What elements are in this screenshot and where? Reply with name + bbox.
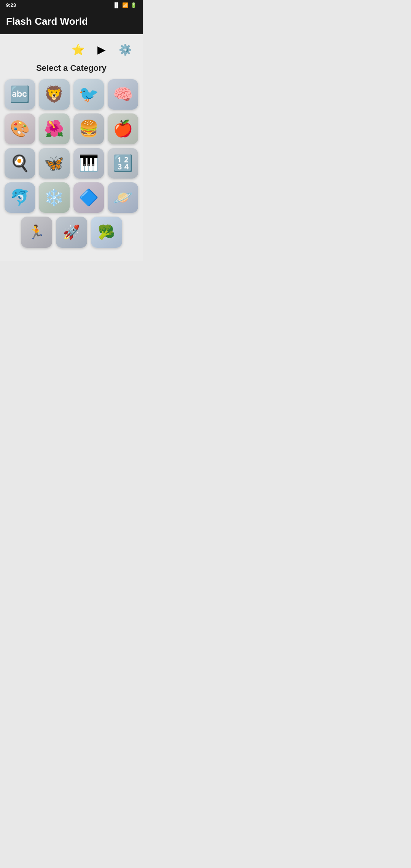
- category-animals[interactable]: 🦁: [39, 79, 69, 110]
- category-numbers-icon: 🔢: [113, 155, 133, 171]
- category-shapes-icon: 🔷: [79, 190, 99, 206]
- category-flowers-icon: 🌺: [44, 121, 64, 137]
- app-title: Flash Card World: [6, 16, 88, 27]
- status-time: 9:23: [6, 2, 16, 8]
- category-fruits-icon: 🍎: [113, 121, 133, 137]
- category-insects[interactable]: 🦋: [39, 148, 69, 179]
- category-vehicles[interactable]: 🚀: [56, 217, 87, 248]
- category-space-icon: 🪐: [113, 190, 133, 206]
- category-brain[interactable]: 🧠: [108, 79, 138, 110]
- select-category-title: Select a Category: [5, 63, 138, 73]
- star-icon: ⭐: [72, 43, 85, 56]
- category-sports[interactable]: 🏃: [21, 217, 52, 248]
- settings-icon: ⚙️: [119, 43, 132, 56]
- category-animals-icon: 🦁: [44, 86, 64, 102]
- category-vegetables-icon: 🥦: [98, 225, 115, 239]
- category-seasons[interactable]: ❄️: [39, 182, 69, 213]
- category-food-icon: 🍔: [79, 121, 99, 137]
- category-birds[interactable]: 🐦: [73, 79, 104, 110]
- category-cooking[interactable]: 🍳: [5, 148, 35, 179]
- main-content: ⭐ ▶ ⚙️ Select a Category 🔤🦁🐦🧠🎨🌺🍔🍎🍳🦋🎹🔢🐬❄️…: [0, 34, 143, 261]
- status-icons: ▐▌ 📶 🔋: [113, 2, 137, 8]
- category-vehicles-icon: 🚀: [63, 225, 80, 239]
- category-food[interactable]: 🍔: [73, 113, 104, 144]
- header: Flash Card World: [0, 10, 143, 34]
- category-flowers[interactable]: 🌺: [39, 113, 69, 144]
- play-icon: ▶: [97, 43, 106, 56]
- category-alphabet[interactable]: 🔤: [5, 79, 35, 110]
- category-fruits[interactable]: 🍎: [108, 113, 138, 144]
- category-vegetables[interactable]: 🥦: [91, 217, 122, 248]
- category-music[interactable]: 🎹: [73, 148, 104, 179]
- category-cooking-icon: 🍳: [10, 155, 30, 171]
- category-dolphins[interactable]: 🐬: [5, 182, 35, 213]
- category-insects-icon: 🦋: [44, 155, 64, 171]
- category-grid-last-row: 🏃🚀🥦: [5, 217, 138, 248]
- wifi-icon: 📶: [122, 2, 128, 8]
- play-button[interactable]: ▶: [92, 40, 112, 59]
- toolbar: ⭐ ▶ ⚙️: [5, 34, 138, 63]
- status-bar: 9:23 ▐▌ 📶 🔋: [0, 0, 143, 10]
- category-colors[interactable]: 🎨: [5, 113, 35, 144]
- settings-button[interactable]: ⚙️: [115, 40, 135, 59]
- category-dolphins-icon: 🐬: [10, 190, 30, 206]
- category-brain-icon: 🧠: [113, 86, 133, 102]
- category-music-icon: 🎹: [79, 155, 99, 171]
- category-grid: 🔤🦁🐦🧠🎨🌺🍔🍎🍳🦋🎹🔢🐬❄️🔷🪐: [5, 79, 138, 213]
- category-sports-icon: 🏃: [28, 225, 45, 239]
- favorite-button[interactable]: ⭐: [68, 40, 88, 59]
- category-seasons-icon: ❄️: [44, 190, 64, 206]
- signal-icon: ▐▌: [113, 2, 120, 8]
- category-colors-icon: 🎨: [10, 121, 30, 137]
- category-shapes[interactable]: 🔷: [73, 182, 104, 213]
- category-numbers[interactable]: 🔢: [108, 148, 138, 179]
- battery-icon: 🔋: [131, 2, 137, 8]
- category-birds-icon: 🐦: [79, 86, 99, 102]
- category-alphabet-icon: 🔤: [10, 86, 30, 102]
- category-space[interactable]: 🪐: [108, 182, 138, 213]
